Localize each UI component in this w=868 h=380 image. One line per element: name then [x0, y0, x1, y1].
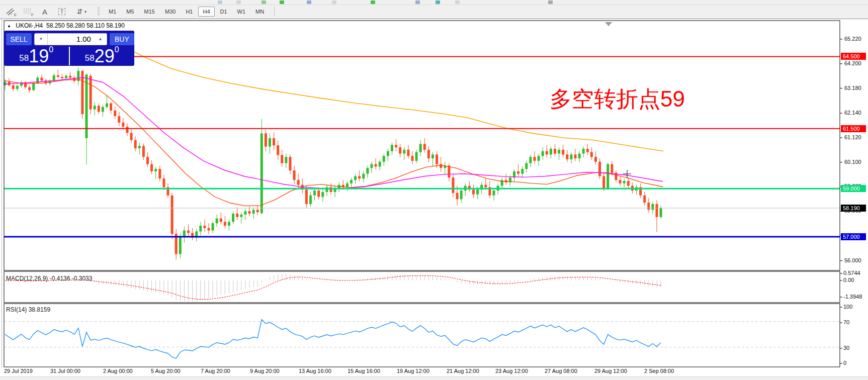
icon-subscript: F: [31, 13, 34, 17]
ask-quote[interactable]: 58 29 0: [70, 46, 135, 66]
clipped-icon: [436, 1, 440, 4]
fibonacci-icon[interactable]: F: [21, 6, 34, 17]
date-label: 27 Aug 08:00: [545, 368, 577, 374]
timeframe-button-h4[interactable]: H4: [198, 7, 214, 17]
date-label: 29 Aug 12:00: [594, 368, 627, 374]
date-label: 2 Aug 00:00: [103, 368, 133, 374]
date-label: 7 Aug 20:00: [201, 368, 230, 374]
date-label: 21 Aug 12:00: [447, 368, 479, 374]
volume-input[interactable]: 1.00: [48, 33, 94, 45]
timeframe-button-m15[interactable]: M15: [140, 7, 159, 17]
clipped-icon: [415, 1, 420, 4]
time-axis: 29 Jul 201931 Jul 00:002 Aug 00:005 Aug …: [0, 368, 868, 376]
toolbar: E F A T ⇵ ▼ M1M5M15M30H1H4D1W1MN: [0, 5, 868, 18]
macd-label: MACD(12,26,9) -0.4136 -0.3033: [6, 275, 92, 282]
date-label: 13 Aug 16:00: [299, 368, 331, 374]
icon-subscript: E: [14, 13, 17, 17]
clipped-icon: [307, 1, 311, 4]
chart-plot[interactable]: [0, 19, 868, 380]
clipped-icon: [371, 1, 375, 4]
clipped-icon: [455, 1, 460, 4]
volume-decrease-icon[interactable]: ▼: [34, 33, 48, 45]
text-label-icon[interactable]: A: [38, 6, 51, 17]
chevron-down-icon: ▼: [83, 10, 87, 14]
timeframe-button-h1[interactable]: H1: [181, 7, 197, 17]
date-label: 9 Aug 20:00: [250, 368, 280, 374]
timeframe-button-m5[interactable]: M5: [122, 7, 138, 17]
timeframe-button-m30[interactable]: M30: [160, 7, 180, 17]
clipped-icon: [218, 1, 222, 4]
date-label: 15 Aug 16:00: [348, 368, 380, 374]
clipped-toolbar-row: [0, 0, 868, 5]
clipped-icon: [548, 1, 553, 4]
toolbar-drag-handle[interactable]: [98, 7, 100, 16]
bid-quote[interactable]: 58 19 0: [4, 46, 69, 66]
equidistant-channel-icon[interactable]: E: [4, 6, 17, 17]
one-click-trading-panel: SELL ▼ 1.00 ▲ BUY 58 19 0 58 29 0: [4, 31, 134, 66]
date-label: 2 Sep 08:00: [644, 368, 674, 374]
clipped-icon: [280, 1, 284, 4]
toolbar-separator: [274, 7, 275, 17]
bottom-strip: [0, 376, 868, 380]
timeframe-button-m1[interactable]: M1: [104, 7, 121, 17]
text-box-icon[interactable]: T: [55, 6, 68, 17]
timeframe-button-d1[interactable]: D1: [216, 7, 232, 17]
timeframe-button-w1[interactable]: W1: [233, 7, 250, 17]
volume-spinner: ▼ 1.00 ▲: [34, 33, 107, 45]
date-label: 31 Jul 00:00: [50, 368, 80, 374]
mt4-terminal: { "window": { "symbol_timeframe": "UKOil…: [0, 0, 868, 380]
chart-text-annotation: 多空转折点59: [550, 84, 685, 114]
date-label: 23 Aug 12:00: [495, 368, 528, 374]
chart-window: ▲ UKOil-,H4 58.250 58.280 58.110 58.190 …: [0, 19, 868, 380]
rsi-label: RSI(14) 38.8159: [6, 306, 50, 313]
arrows-tool-icon[interactable]: ⇵ ▼: [72, 6, 92, 17]
clipped-icon: [262, 1, 266, 4]
buy-button[interactable]: BUY: [110, 33, 134, 45]
date-label: 5 Aug 20:00: [151, 368, 181, 374]
timeframe-group: M1M5M15M30H1H4D1W1MN: [104, 7, 269, 17]
date-label: 19 Aug 12:00: [397, 368, 429, 374]
clipped-icon: [332, 1, 336, 4]
volume-increase-icon[interactable]: ▲: [94, 33, 107, 45]
sell-button[interactable]: SELL: [6, 33, 32, 45]
timeframe-button-mn[interactable]: MN: [251, 7, 269, 17]
clipped-icon: [236, 1, 241, 4]
date-label: 29 Jul 2019: [4, 368, 33, 374]
